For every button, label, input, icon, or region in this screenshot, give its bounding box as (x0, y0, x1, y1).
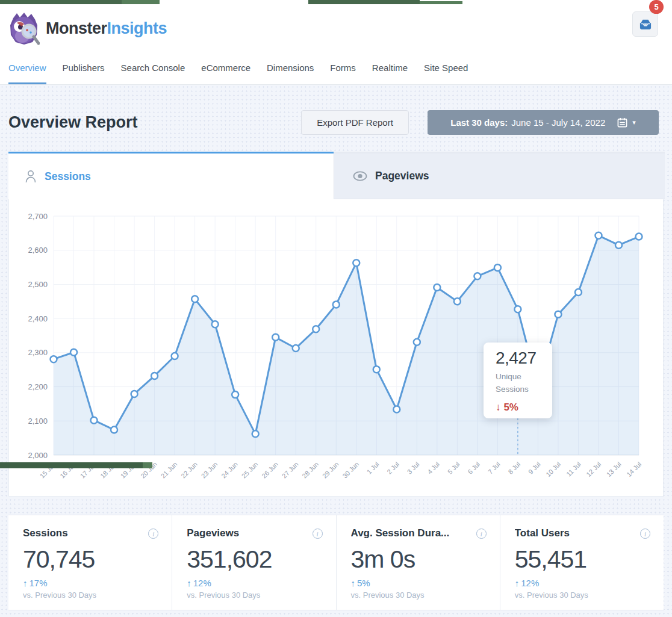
svg-text:14 Jul: 14 Jul (625, 460, 642, 478)
monsterinsights-dashboard: MonsterInsights 5 Overview Publishers Se… (0, 0, 672, 617)
brand-monster: Monster (46, 19, 107, 37)
stat-card-pageviews: Pageviews i 351,602 ↑12% vs. Previous 30… (172, 515, 335, 610)
nav-tab-search-console[interactable]: Search Console (121, 53, 185, 84)
svg-text:2,500: 2,500 (28, 280, 48, 289)
export-pdf-button[interactable]: Export PDF Report (301, 110, 409, 135)
stat-card-avg-session-duration: Avg. Session Dura... i 3m 0s ↑5% vs. Pre… (336, 515, 500, 610)
up-arrow-icon: ↑ (23, 578, 28, 588)
tab-sessions[interactable]: Sessions (8, 152, 334, 199)
screen-artifact-bar (122, 0, 160, 4)
svg-text:6 Jul: 6 Jul (466, 460, 481, 476)
person-icon (25, 170, 37, 183)
page-title: Overview Report (8, 113, 138, 132)
chart-canvas: 2,0002,1002,2002,3002,4002,5002,6002,700… (9, 199, 663, 497)
svg-text:12 Jul: 12 Jul (585, 460, 602, 478)
svg-text:3 Jul: 3 Jul (406, 460, 421, 476)
stat-card-sessions: Sessions i 70,745 ↑17% vs. Previous 30 D… (8, 515, 172, 610)
stat-change: ↑5% (351, 578, 485, 588)
nav-tab-overview[interactable]: Overview (8, 53, 46, 84)
svg-text:8 Jul: 8 Jul (506, 460, 521, 476)
svg-text:10 Jul: 10 Jul (544, 460, 562, 478)
stat-change-value: 12% (193, 578, 211, 588)
eye-icon (353, 171, 367, 181)
tooltip-change-value: 5% (503, 402, 518, 413)
caret-down-icon: ▾ (632, 119, 636, 126)
sessions-line-chart[interactable]: 2,0002,1002,2002,3002,4002,5002,6002,700… (9, 199, 663, 497)
report-content: Overview Report Export PDF Report Last 3… (0, 85, 672, 617)
svg-text:23 Jun: 23 Jun (200, 460, 219, 480)
app-header: MonsterInsights (0, 4, 672, 53)
svg-text:2,000: 2,000 (28, 451, 48, 460)
screen-artifact-bar (0, 0, 122, 4)
date-range-picker[interactable]: Last 30 days: June 15 - July 14, 2022 ▾ (428, 110, 659, 135)
stat-value: 70,745 (23, 545, 157, 574)
svg-text:5 Jul: 5 Jul (446, 460, 461, 476)
svg-text:1 Jul: 1 Jul (366, 460, 381, 476)
nav-tab-dimensions[interactable]: Dimensions (267, 53, 314, 84)
screen-artifact-bar (420, 1, 462, 4)
inbox-icon (638, 18, 653, 30)
up-arrow-icon: ↑ (187, 578, 191, 588)
stat-change: ↑12% (187, 578, 321, 588)
stat-compare: vs. Previous 30 Days (187, 591, 321, 600)
nav-tab-site-speed[interactable]: Site Speed (424, 53, 468, 84)
svg-text:4 Jul: 4 Jul (426, 460, 441, 476)
svg-text:28 Jun: 28 Jun (300, 460, 320, 480)
summary-stats: Sessions i 70,745 ↑17% vs. Previous 30 D… (8, 515, 664, 610)
date-range-label: Last 30 days: (450, 117, 508, 128)
info-icon[interactable]: i (476, 529, 487, 539)
svg-text:2,100: 2,100 (28, 417, 48, 426)
stat-value: 3m 0s (351, 545, 485, 574)
svg-text:25 Jun: 25 Jun (240, 460, 260, 480)
down-arrow-icon: ↓ (496, 402, 501, 413)
svg-text:29 Jun: 29 Jun (321, 460, 340, 480)
screen-artifact-bar (143, 462, 152, 468)
tab-sessions-label: Sessions (45, 170, 91, 183)
report-chart-panel: Sessions Pageviews 2,0002,1002,2002,3002… (8, 152, 664, 497)
stat-label: Avg. Session Dura... (351, 527, 485, 539)
stat-change: ↑12% (515, 578, 649, 588)
nav-tab-forms[interactable]: Forms (330, 53, 356, 84)
stat-label: Total Users (515, 527, 649, 539)
stat-compare: vs. Previous 30 Days (351, 591, 485, 600)
svg-text:7 Jul: 7 Jul (487, 460, 502, 476)
svg-text:9 Jul: 9 Jul (527, 460, 542, 476)
notification-badge: 5 (649, 0, 664, 14)
chart-tooltip: 2,427 Unique Sessions ↓5% (484, 343, 552, 418)
stat-change: ↑17% (23, 578, 157, 588)
stat-card-total-users: Total Users i 55,451 ↑12% vs. Previous 3… (500, 515, 664, 610)
report-nav: Overview Publishers Search Console eComm… (0, 53, 672, 85)
brand: MonsterInsights (8, 12, 167, 46)
stat-change-value: 17% (30, 578, 48, 588)
tab-pageviews[interactable]: Pageviews (334, 152, 665, 199)
up-arrow-icon: ↑ (515, 578, 520, 588)
brand-insights: Insights (107, 19, 167, 37)
svg-text:22 Jun: 22 Jun (179, 460, 199, 480)
stat-value: 55,451 (515, 545, 649, 574)
nav-tab-realtime[interactable]: Realtime (372, 53, 408, 84)
svg-text:13 Jul: 13 Jul (605, 460, 623, 478)
nav-tab-ecommerce[interactable]: eCommerce (201, 53, 250, 84)
monsterinsights-logo (8, 12, 40, 46)
stat-compare: vs. Previous 30 Days (515, 591, 649, 600)
svg-text:27 Jun: 27 Jun (281, 460, 300, 480)
stat-compare: vs. Previous 30 Days (23, 591, 157, 600)
svg-text:24 Jun: 24 Jun (220, 460, 239, 480)
up-arrow-icon: ↑ (351, 578, 356, 588)
nav-tab-publishers[interactable]: Publishers (63, 53, 105, 84)
svg-text:2 Jul: 2 Jul (385, 460, 400, 476)
svg-text:11 Jul: 11 Jul (565, 460, 582, 478)
stat-label: Sessions (23, 527, 157, 539)
svg-text:30 Jun: 30 Jun (341, 460, 360, 480)
info-icon[interactable]: i (640, 529, 650, 539)
tooltip-value: 2,427 (496, 349, 552, 368)
svg-text:21 Jun: 21 Jun (160, 460, 179, 480)
stat-label: Pageviews (187, 527, 321, 539)
tab-pageviews-label: Pageviews (375, 170, 429, 182)
info-icon[interactable]: i (313, 529, 323, 539)
stat-change-value: 5% (357, 578, 370, 588)
svg-text:2,600: 2,600 (28, 246, 48, 255)
svg-text:2,200: 2,200 (28, 382, 48, 391)
notifications-button[interactable] (632, 11, 658, 37)
svg-text:26 Jun: 26 Jun (260, 460, 279, 480)
